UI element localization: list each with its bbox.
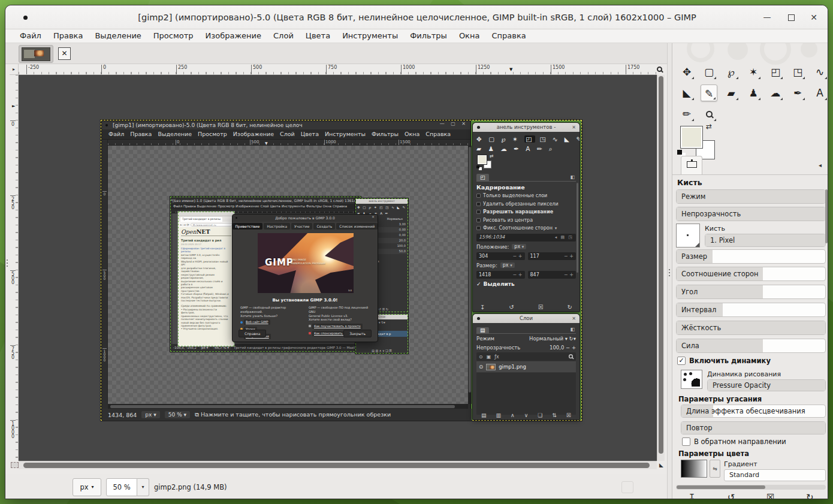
menu-item[interactable]: Инструменты <box>336 29 404 43</box>
mode-row[interactable]: Режим <box>676 189 826 204</box>
splash-logo-text: GIMP <box>265 257 294 268</box>
clone[interactable]: ♟ <box>745 84 762 101</box>
paths[interactable]: ✒ <box>789 84 806 101</box>
delete-preset-button[interactable]: ☒ <box>766 492 774 499</box>
force-slider[interactable]: Сила <box>676 339 826 353</box>
fuzzy-select[interactable]: ✶ <box>745 64 762 80</box>
ruler-corner-button[interactable]: ▸ <box>10 64 19 75</box>
reset-tool-button[interactable]: ↻ <box>806 492 814 499</box>
panel-vscrollbar[interactable] <box>825 189 828 243</box>
titlebar[interactable]: [gimp2] (импортировано)-5.0 (Цвета RGB 8… <box>5 5 828 29</box>
zoom-follows-window-icon[interactable] <box>657 63 665 75</box>
ruler-label: 500 <box>250 140 259 146</box>
color-options-header: Параметры цвета <box>678 449 749 458</box>
smudge[interactable]: ☁ <box>767 84 784 101</box>
ruler-label: 750 <box>10 345 16 359</box>
text[interactable]: A <box>811 84 828 101</box>
left-edge-grip[interactable] <box>7 259 8 261</box>
quick-mask-toggle[interactable] <box>11 462 19 468</box>
image-tab-second[interactable]: ✕ <box>58 47 71 60</box>
nested-unit: px ▾ <box>141 411 159 418</box>
zoom[interactable] <box>701 105 717 122</box>
vertical-ruler[interactable]: 02505007501000 ► <box>10 75 19 461</box>
aspect-ratio-slider[interactable]: Соотношение сторон <box>676 267 826 281</box>
firefox-url-bar: M:​/www.opennet.ru <box>191 223 233 227</box>
pos-x-field: 304− + <box>476 252 525 260</box>
menu-item[interactable]: Изображение <box>200 29 267 43</box>
paintbrush[interactable]: ✎ <box>701 84 717 101</box>
flip-gradient-button[interactable]: ⇋ <box>710 460 720 478</box>
rectangle-select[interactable]: ▢ <box>701 64 717 80</box>
search-icon <box>569 354 573 360</box>
close-button[interactable]: ✕ <box>805 8 823 26</box>
nested-position: 1434, 864 <box>108 412 137 418</box>
navigation-preview-button[interactable]: ◣ <box>657 461 665 469</box>
fg-color-swatch <box>478 155 487 164</box>
unified-transform[interactable]: ◳ <box>789 64 806 80</box>
panel-divider[interactable] <box>667 43 672 499</box>
minimize-button[interactable]: — <box>758 8 776 26</box>
canvas-vscrollbar[interactable] <box>657 75 665 461</box>
image-tab-active[interactable] <box>19 45 53 63</box>
color-picker[interactable]: ✏ <box>678 105 695 122</box>
bucket-fill[interactable]: ◣ <box>678 84 695 101</box>
gradient-preview[interactable] <box>681 460 707 478</box>
default-colors-icon <box>476 165 479 168</box>
angle-slider[interactable]: Угол <box>676 285 826 299</box>
unit-dropdown[interactable]: px▾ <box>73 478 101 496</box>
cursor-marker-icon: ▼ <box>265 141 268 145</box>
horizontal-ruler[interactable]: -25002505007501000125015001750 ▼ <box>19 64 657 75</box>
nested-menu-item: Изображение <box>230 129 277 139</box>
fade-length-slider[interactable]: Длина эффекта обесцвечивания <box>681 405 826 418</box>
canvas-hscrollbar[interactable] <box>19 461 657 469</box>
panel-divider-grip[interactable] <box>669 269 670 270</box>
menu-item[interactable]: Файл <box>14 29 47 43</box>
delete-preset-icon: ☒ <box>538 304 544 310</box>
swap-colors-icon[interactable]: ⇄ <box>706 122 712 131</box>
menu-item[interactable]: Просмотр <box>147 29 200 43</box>
menu-item[interactable]: Выделение <box>89 29 147 43</box>
tool-options-tab[interactable] <box>681 156 702 174</box>
warp[interactable]: ∿ <box>811 64 828 80</box>
dynamics-select-row[interactable]: Pressure Opacity <box>707 379 826 391</box>
fg-color-swatch[interactable] <box>681 126 702 148</box>
zoom-control[interactable]: 50 % ▾ <box>106 478 149 496</box>
move[interactable]: ✥ <box>678 64 695 80</box>
size-slider[interactable]: Размер <box>676 249 826 264</box>
toolbox-icons-row2: ▰ ♟ ☁ ✒ A ✏ ⌕ <box>476 144 576 153</box>
maximize-button[interactable] <box>782 8 800 26</box>
crop-tool-icon-active: ◰ <box>524 135 535 143</box>
menu-item[interactable]: Слой <box>267 29 300 43</box>
firefox-nav-icons: ← → ⟳ <box>180 223 189 227</box>
chevron-down-icon: ▾ <box>137 478 149 496</box>
gradient-select-row[interactable]: Standard <box>724 469 826 481</box>
repeat-dropdown[interactable]: Повтор <box>681 421 826 434</box>
collapse-panel-icon[interactable]: ◂ <box>819 162 822 168</box>
crop[interactable]: ◰ <box>767 64 784 80</box>
spacing-slider[interactable]: Интервал <box>676 303 826 317</box>
brush-preview[interactable] <box>676 224 700 248</box>
article-date: 28.02.2025 20:17 <box>181 243 231 246</box>
brush-select-row[interactable]: 1. Pixel <box>705 234 826 247</box>
dynamics-preview[interactable] <box>681 370 702 389</box>
enable-dynamics-checkbox[interactable]: ✓ Включить динамику <box>677 357 771 365</box>
menu-item[interactable]: Правка <box>47 29 89 43</box>
default-colors-icon[interactable] <box>677 150 682 155</box>
hardness-slider[interactable]: Жёсткость <box>676 321 826 335</box>
menu-item[interactable]: Фильтры <box>404 29 453 43</box>
tool-options-tab-strip: ◰ ◧ <box>476 173 576 182</box>
eraser[interactable]: ▰ <box>723 84 740 101</box>
splash-version: 3.0 <box>348 289 352 292</box>
layers-footer-icon: ▥ <box>496 412 502 418</box>
save-preset-button[interactable]: ↧ <box>688 492 696 499</box>
canvas[interactable]: [gimp1] (импортировано)-5.0 (Цвета RGB 8… <box>19 75 657 461</box>
panel-hscrollbar[interactable] <box>676 485 826 490</box>
reverse-checkbox[interactable]: В обратном направлении <box>682 437 786 446</box>
menu-item[interactable]: Справка <box>485 29 532 43</box>
opacity-slider[interactable]: Непрозрачность <box>676 207 826 221</box>
article-line: последние тестовые выпуски. <box>181 299 231 302</box>
menu-item[interactable]: Окна <box>453 29 486 43</box>
menu-item[interactable]: Цвета <box>300 29 336 43</box>
free-select[interactable]: ℘ <box>723 64 740 80</box>
restore-preset-button[interactable]: ↺ <box>728 492 735 499</box>
